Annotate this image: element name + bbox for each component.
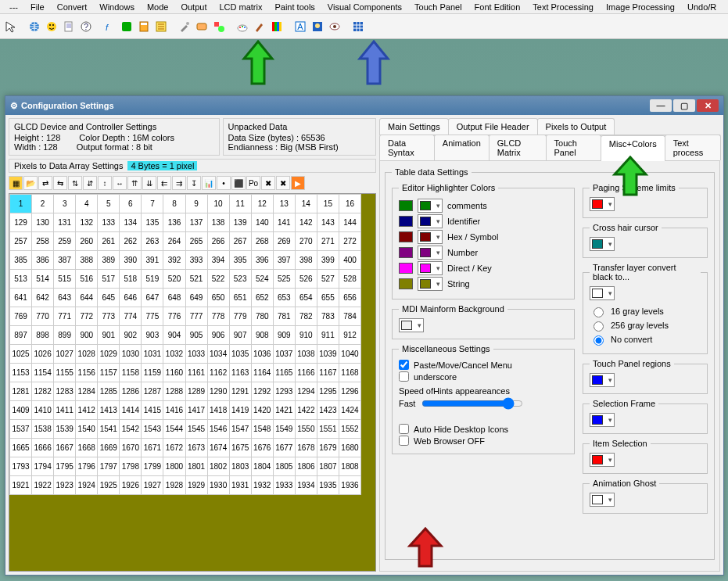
grid-cell[interactable]: 1665 xyxy=(10,439,32,457)
grid-cell[interactable]: 904 xyxy=(163,326,185,345)
underscore-check[interactable]: underscore xyxy=(399,371,568,382)
grid-cell[interactable]: 519 xyxy=(142,270,163,289)
grid-cell[interactable]: 1025 xyxy=(10,345,32,364)
grid-cell[interactable]: 514 xyxy=(32,270,54,289)
grid-cell[interactable]: 1411 xyxy=(54,401,76,420)
grid-cell[interactable]: 1418 xyxy=(207,401,229,420)
mini-toolbar[interactable]: ▦📂⇄⇆⇅⇵↕↔⇈⇊⇇⇉↧📊•⬛Po✖✖▶ xyxy=(9,174,376,192)
grid-cell[interactable]: 1552 xyxy=(339,420,360,439)
mdi-bg-dropdown[interactable] xyxy=(399,318,424,332)
menu--[interactable]: --- xyxy=(3,2,24,12)
grid-cell[interactable]: 1930 xyxy=(207,476,229,495)
titlebar[interactable]: ⚙ Configuration Settings — ▢ ✕ xyxy=(5,96,723,115)
maximize-button[interactable]: ▢ xyxy=(673,99,695,112)
grid-cell[interactable]: 2 xyxy=(32,195,54,213)
grid-cell[interactable]: 525 xyxy=(273,270,295,289)
grid-cell[interactable]: 135 xyxy=(142,213,163,232)
sf-color-dd[interactable] xyxy=(590,413,615,427)
grid-cell[interactable]: 1285 xyxy=(98,382,120,401)
grid-cell[interactable]: 1928 xyxy=(163,476,185,495)
grid-cell[interactable]: 396 xyxy=(251,251,273,270)
grid-cell[interactable]: 1546 xyxy=(207,420,229,439)
grid-cell[interactable]: 909 xyxy=(273,326,295,345)
grid-cell[interactable]: 1410 xyxy=(32,401,54,420)
grid-cell[interactable]: 1796 xyxy=(76,457,98,476)
grid-cell[interactable]: 5 xyxy=(98,195,120,213)
grid-cell[interactable]: 1423 xyxy=(317,401,339,420)
grid-cell[interactable]: 1547 xyxy=(229,420,251,439)
grid-cell[interactable]: 1036 xyxy=(251,345,273,364)
grid-cell[interactable]: 1158 xyxy=(120,364,142,382)
grid-cell[interactable]: 1295 xyxy=(317,382,339,401)
xfer-dd[interactable] xyxy=(590,286,615,300)
mini-tb-4[interactable]: ⇅ xyxy=(68,176,82,190)
grid-cell[interactable]: 1163 xyxy=(229,364,251,382)
menu-lcd-matrix[interactable]: LCD matrix xyxy=(213,2,268,12)
grid-cell[interactable]: 257 xyxy=(10,232,32,251)
tab-animation[interactable]: Animation xyxy=(434,134,490,160)
grid-cell[interactable]: 10 xyxy=(207,195,229,213)
mini-tb-9[interactable]: ⇊ xyxy=(142,176,156,190)
browser-off-check[interactable]: Web Browser OFF xyxy=(399,436,568,446)
grid-cell[interactable]: 1673 xyxy=(185,439,207,457)
grid-cell[interactable]: 649 xyxy=(185,289,207,307)
grid-cell[interactable]: 1291 xyxy=(229,382,251,401)
grid-cell[interactable]: 1153 xyxy=(10,364,32,382)
grid-cell[interactable]: 258 xyxy=(32,232,54,251)
grid-cell[interactable]: 513 xyxy=(10,270,32,289)
grid-cell[interactable]: 776 xyxy=(163,307,185,326)
grid-cell[interactable]: 398 xyxy=(295,251,317,270)
menu-mode[interactable]: Mode xyxy=(141,2,175,12)
grid-cell[interactable]: 1033 xyxy=(185,345,207,364)
grid-cell[interactable]: 1808 xyxy=(339,457,360,476)
grid-cell[interactable]: 1161 xyxy=(185,364,207,382)
grid-cell[interactable]: 905 xyxy=(185,326,207,345)
tab-main-settings[interactable]: Main Settings xyxy=(379,118,449,134)
grid-cell[interactable]: 268 xyxy=(251,232,273,251)
mini-tb-19[interactable]: ▶ xyxy=(291,176,305,190)
mini-tb-7[interactable]: ↔ xyxy=(113,176,127,190)
xfer-opt-1[interactable]: 256 gray levels xyxy=(590,319,701,332)
grid-cell[interactable]: 1026 xyxy=(32,345,54,364)
grid-cell[interactable]: 1537 xyxy=(10,420,32,439)
grid-cell[interactable]: 911 xyxy=(317,326,339,345)
grid-cell[interactable]: 520 xyxy=(163,270,185,289)
grid-cell[interactable]: 1029 xyxy=(98,345,120,364)
grid-cell[interactable]: 1159 xyxy=(142,364,163,382)
grid-cell[interactable]: 140 xyxy=(251,213,273,232)
grid-cell[interactable]: 897 xyxy=(10,326,32,345)
paint-icon[interactable] xyxy=(235,19,250,34)
grid-cell[interactable]: 769 xyxy=(10,307,32,326)
mini-tb-5[interactable]: ⇵ xyxy=(83,176,97,190)
grid-cell[interactable]: 1413 xyxy=(98,401,120,420)
brush-icon[interactable] xyxy=(252,19,267,34)
grid-cell[interactable]: 390 xyxy=(120,251,142,270)
grid-cell[interactable]: 906 xyxy=(207,326,229,345)
grid-cell[interactable]: 522 xyxy=(207,270,229,289)
grid-cell[interactable]: 527 xyxy=(317,270,339,289)
xhair-color-dd[interactable] xyxy=(590,237,615,251)
grid-cell[interactable]: 261 xyxy=(98,232,120,251)
grid-cell[interactable]: 1679 xyxy=(317,439,339,457)
grid-cell[interactable]: 1166 xyxy=(295,364,317,382)
grid-cell[interactable]: 1544 xyxy=(163,420,185,439)
grid-cell[interactable]: 770 xyxy=(32,307,54,326)
grid-cell[interactable]: 1924 xyxy=(76,476,98,495)
grid-cell[interactable]: 1286 xyxy=(120,382,142,401)
grid-cell[interactable]: 1424 xyxy=(339,401,360,420)
grid-cell[interactable]: 385 xyxy=(10,251,32,270)
grid-cell[interactable]: 1039 xyxy=(317,345,339,364)
grid-cell[interactable]: 266 xyxy=(207,232,229,251)
grid-cell[interactable]: 143 xyxy=(317,213,339,232)
mini-tb-0[interactable]: ▦ xyxy=(9,176,23,190)
grid-cell[interactable]: 1921 xyxy=(10,476,32,495)
mini-tb-15[interactable]: ⬛ xyxy=(231,176,246,190)
grid-cell[interactable]: 526 xyxy=(295,270,317,289)
grid-cell[interactable]: 11 xyxy=(229,195,251,213)
grid-cell[interactable]: 1805 xyxy=(273,457,295,476)
grid-cell[interactable]: 1027 xyxy=(54,345,76,364)
grid-cell[interactable]: 1676 xyxy=(251,439,273,457)
eye-icon[interactable] xyxy=(327,19,342,34)
grid-cell[interactable]: 779 xyxy=(229,307,251,326)
grid-cell[interactable]: 518 xyxy=(120,270,142,289)
